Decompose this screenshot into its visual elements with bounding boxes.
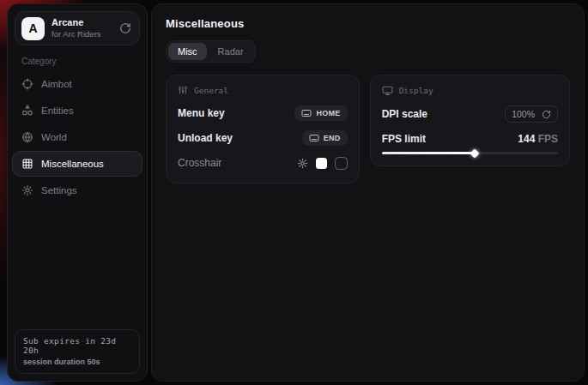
menu-key-label: Menu key [178, 107, 225, 119]
tab-radar[interactable]: Radar [209, 43, 253, 60]
sub-expiry-text: Sub expires in 23d 20h [23, 336, 131, 355]
unload-key-bind-button[interactable]: END [302, 130, 348, 146]
sidebar-item-label: Settings [41, 185, 77, 196]
keyboard-icon [301, 108, 312, 118]
fps-limit-slider[interactable] [382, 152, 558, 154]
dpi-scale-row: DPI scale 100% [382, 105, 558, 123]
grid-icon [21, 158, 33, 170]
fps-limit-row: FPS limit 144 FPS [382, 130, 558, 147]
sidebar-item-settings[interactable]: Settings [12, 177, 142, 203]
keyboard-icon [309, 133, 319, 143]
slider-thumb[interactable] [470, 148, 480, 158]
unload-key-row: Unload key END [178, 129, 348, 147]
crosshair-settings-gear-icon[interactable] [297, 158, 308, 169]
display-card-title: Display [399, 86, 433, 95]
refresh-icon[interactable] [119, 22, 131, 34]
dpi-scale-control[interactable]: 100% [505, 105, 558, 123]
crosshair-row: Crosshair [178, 154, 348, 171]
sidebar-item-miscellaneous[interactable]: Miscellaneous [12, 151, 142, 177]
main-panel: Miscellaneous Misc Radar General Menu ke… [151, 3, 585, 382]
menu-key-bind-button[interactable]: HOME [294, 105, 347, 121]
session-duration-text: session duration 50s [23, 358, 131, 366]
category-label: Category [21, 57, 147, 66]
crosshair-label: Crosshair [178, 157, 221, 169]
sidebar-item-label: Entities [41, 105, 74, 116]
shapes-icon [21, 105, 33, 117]
globe-icon [21, 131, 33, 143]
menu-key-row: Menu key HOME [178, 105, 348, 122]
subscription-info-box: Sub expires in 23d 20h session duration … [15, 329, 140, 374]
brand-name: Arcane [52, 17, 101, 29]
unload-key-label: Unload key [178, 132, 233, 144]
crosshair-color-swatch[interactable] [316, 158, 327, 169]
gear-icon [21, 184, 33, 196]
sidebar-item-aimbot[interactable]: Aimbot [12, 71, 142, 97]
page-title: Miscellaneous [166, 17, 570, 30]
sidebar-item-label: Miscellaneous [41, 159, 104, 169]
fps-limit-label: FPS limit [382, 133, 426, 145]
brand-card[interactable]: A Arcane for Arc Riders [15, 11, 140, 45]
slider-fill [382, 152, 476, 154]
sidebar: A Arcane for Arc Riders Category Aimbot [7, 3, 148, 382]
tab-misc[interactable]: Misc [168, 43, 207, 60]
sidebar-item-label: World [41, 132, 67, 142]
sidebar-item-label: Aimbot [41, 79, 72, 89]
fps-limit-value: 144 FPS [518, 133, 558, 145]
avatar: A [21, 17, 45, 40]
general-card: General Menu key HOME Unload key [166, 75, 360, 183]
dpi-scale-label: DPI scale [382, 108, 427, 120]
sidebar-item-entities[interactable]: Entities [12, 98, 142, 123]
tab-bar: Misc Radar [166, 40, 256, 63]
refresh-icon[interactable] [542, 110, 551, 119]
crosshair-icon [21, 78, 33, 90]
dpi-scale-value: 100% [512, 109, 535, 119]
sidebar-item-world[interactable]: World [12, 124, 142, 150]
crosshair-checkbox[interactable] [335, 157, 348, 170]
brand-subtitle: for Arc Riders [52, 29, 101, 39]
sidebar-nav: Aimbot Entities World M [8, 71, 147, 203]
display-card: Display DPI scale 100% FPS limit 144 FPS [370, 75, 570, 166]
sliders-icon [178, 85, 188, 95]
general-card-title: General [194, 86, 228, 95]
monitor-icon [382, 85, 393, 96]
